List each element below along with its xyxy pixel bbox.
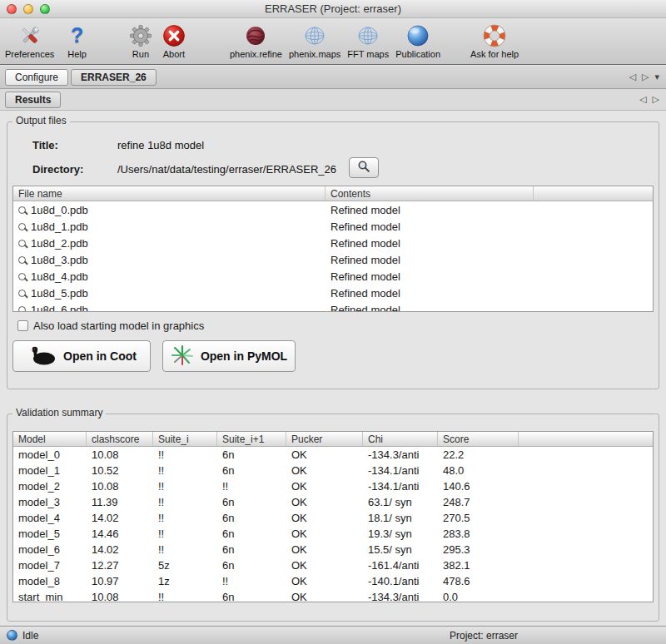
directory-field-row: Directory: /Users/nat/data/testing/erras… bbox=[7, 161, 659, 177]
validation-row[interactable]: model_3 11.39 !! 6n OK 63.1/ syn 248.7 bbox=[13, 494, 653, 510]
chi-cell: -134.3/anti bbox=[363, 591, 438, 602]
abort-button[interactable]: Abort bbox=[162, 22, 186, 59]
suite-i1-cell: 6n bbox=[217, 543, 286, 556]
validation-row[interactable]: model_7 12.27 5z 6n OK -161.4/anti 382.1 bbox=[13, 557, 653, 573]
chi-cell: -134.1/anti bbox=[363, 464, 438, 477]
suite-i1-cell: 6n bbox=[217, 496, 286, 508]
score-cell: 22.2 bbox=[438, 448, 519, 461]
search-icon bbox=[18, 206, 26, 214]
search-icon bbox=[18, 240, 26, 247]
file-row[interactable]: 1u8d_6.pdb Refined model bbox=[13, 301, 653, 312]
score-cell: 295.3 bbox=[438, 543, 519, 556]
results-scroll-left-icon[interactable]: ◁ bbox=[639, 94, 646, 105]
chi-cell: -134.3/anti bbox=[363, 448, 438, 461]
tab-scroll-right-icon[interactable]: ▷ bbox=[642, 72, 649, 82]
preferences-icon bbox=[17, 22, 42, 49]
validation-row[interactable]: model_8 10.97 1z !! OK -140.1/anti 478.6 bbox=[13, 573, 653, 589]
model-cell: model_5 bbox=[13, 528, 87, 540]
directory-label: Directory: bbox=[32, 163, 117, 176]
minimize-window-button[interactable] bbox=[23, 4, 33, 14]
chi-cell: -161.4/anti bbox=[363, 559, 438, 572]
column-header-chi: Chi bbox=[363, 432, 438, 446]
publication-globe-icon bbox=[405, 22, 430, 49]
pucker-cell: OK bbox=[286, 543, 363, 556]
results-page: Output files Title: refine 1u8d model Di… bbox=[0, 111, 666, 626]
validation-summary-group-label: Validation summary bbox=[12, 407, 106, 419]
pymol-starburst-icon bbox=[171, 344, 194, 369]
search-icon bbox=[18, 273, 26, 280]
file-row[interactable]: 1u8d_1.pdb Refined model bbox=[13, 218, 653, 235]
search-icon bbox=[18, 256, 26, 264]
clashscore-cell: 10.52 bbox=[87, 464, 153, 477]
tab-nav-controls: ◁ ▷ ▾ bbox=[629, 66, 659, 88]
fft-maps-button[interactable]: FFT maps bbox=[347, 22, 389, 59]
project-label: Project: erraser bbox=[450, 630, 518, 642]
help-button[interactable]: ? Help bbox=[67, 22, 87, 59]
clashscore-cell: 14.02 bbox=[87, 543, 153, 556]
publication-button[interactable]: Publication bbox=[395, 22, 440, 59]
validation-row[interactable]: model_5 14.46 !! 6n OK 19.3/ syn 283.8 bbox=[13, 526, 653, 542]
validation-row[interactable]: model_4 14.02 !! 6n OK 18.1/ syn 270.5 bbox=[13, 510, 653, 526]
tab-erraser-26[interactable]: ERRASER_26 bbox=[71, 69, 157, 86]
tab-configure[interactable]: Configure bbox=[5, 69, 68, 86]
file-name: 1u8d_0.pdb bbox=[31, 204, 88, 216]
help-icon: ? bbox=[71, 22, 83, 49]
toolbar-item-label: FFT maps bbox=[347, 49, 389, 59]
close-window-button[interactable] bbox=[7, 4, 17, 14]
results-tab-bar: Results ◁ ▷ bbox=[0, 89, 666, 111]
ask-for-help-button[interactable]: Ask for help bbox=[470, 22, 519, 59]
file-row[interactable]: 1u8d_2.pdb Refined model bbox=[13, 235, 653, 251]
phenix-refine-button[interactable]: phenix.refine bbox=[230, 22, 282, 59]
open-in-pymol-button[interactable]: Open in PyMOL bbox=[162, 340, 296, 372]
tab-label: Configure bbox=[15, 72, 58, 83]
column-header-score: Score bbox=[438, 432, 519, 446]
clashscore-cell: 14.46 bbox=[87, 528, 153, 540]
file-contents: Refined model bbox=[326, 287, 534, 300]
pucker-cell: OK bbox=[286, 591, 363, 602]
output-files-group-label: Output files bbox=[12, 115, 70, 126]
validation-row[interactable]: start_min 10.08 !! 6n OK -134.3/anti 0.0 bbox=[13, 589, 653, 602]
browse-directory-button[interactable] bbox=[349, 157, 379, 178]
column-header-suite-i1: Suite_i+1 bbox=[217, 432, 286, 446]
chi-cell: 18.1/ syn bbox=[363, 512, 438, 524]
results-scroll-right-icon[interactable]: ▷ bbox=[653, 94, 659, 105]
phenix-refine-icon bbox=[243, 22, 268, 49]
status-idle-icon bbox=[7, 630, 17, 641]
file-row[interactable]: 1u8d_0.pdb Refined model bbox=[13, 201, 653, 218]
validation-table: Model clashscore Suite_i Suite_i+1 Pucke… bbox=[12, 431, 654, 602]
chi-cell: 19.3/ syn bbox=[363, 528, 438, 540]
file-name: 1u8d_4.pdb bbox=[31, 270, 88, 283]
file-row[interactable]: 1u8d_4.pdb Refined model bbox=[13, 268, 653, 285]
search-icon bbox=[357, 160, 370, 176]
validation-row[interactable]: model_2 10.08 !! !! OK -134.1/anti 140.6 bbox=[13, 478, 653, 494]
results-nav-controls: ◁ ▷ bbox=[639, 89, 659, 110]
output-file-list: File name Contents 1u8d_0.pdb Refined mo… bbox=[12, 186, 654, 312]
toolbar-item-label: Publication bbox=[395, 49, 440, 59]
column-header-suite-i: Suite_i bbox=[153, 432, 217, 446]
file-name: 1u8d_5.pdb bbox=[31, 287, 88, 300]
tab-list-menu-icon[interactable]: ▾ bbox=[654, 72, 659, 82]
file-row[interactable]: 1u8d_5.pdb Refined model bbox=[13, 285, 653, 301]
title-label: Title: bbox=[32, 139, 117, 151]
run-button[interactable]: Run bbox=[128, 22, 153, 59]
file-row[interactable]: 1u8d_3.pdb Refined model bbox=[13, 251, 653, 268]
toolbar: Preferences ? Help Run bbox=[0, 19, 666, 65]
column-header-filler bbox=[519, 432, 653, 446]
column-header-file-name: File name bbox=[13, 186, 326, 201]
validation-row[interactable]: model_6 14.02 !! 6n OK 15.5/ syn 295.3 bbox=[13, 542, 653, 557]
chi-cell: -140.1/anti bbox=[363, 575, 438, 587]
suite-i-cell: !! bbox=[153, 512, 217, 524]
validation-row[interactable]: model_1 10.52 !! 6n OK -134.1/anti 48.0 bbox=[13, 463, 653, 478]
open-in-coot-button[interactable]: Open in Coot bbox=[12, 340, 151, 372]
zoom-window-button[interactable] bbox=[40, 4, 50, 14]
load-starting-model-checkbox[interactable] bbox=[17, 320, 28, 331]
phenix-maps-button[interactable]: phenix.maps bbox=[289, 22, 340, 59]
pucker-cell: OK bbox=[286, 512, 363, 524]
validation-row[interactable]: model_0 10.08 !! 6n OK -134.3/anti 22.2 bbox=[13, 447, 653, 463]
preferences-button[interactable]: Preferences bbox=[5, 22, 54, 59]
suite-i-cell: 5z bbox=[153, 559, 217, 572]
tab-scroll-left-icon[interactable]: ◁ bbox=[629, 72, 636, 82]
score-cell: 478.6 bbox=[438, 575, 519, 587]
open-in-coot-label: Open in Coot bbox=[63, 349, 137, 363]
tab-results[interactable]: Results bbox=[5, 92, 61, 108]
